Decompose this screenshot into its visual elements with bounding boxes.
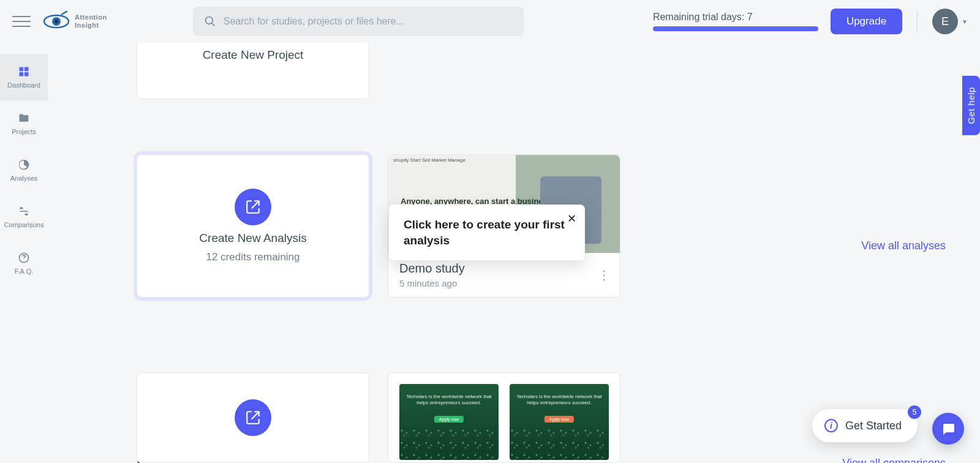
sidebar-item-dashboard[interactable]: Dashboard [0, 54, 48, 100]
trial-label: Remaining trial days: 7 [653, 12, 818, 23]
create-analysis-title: Create New Analysis [199, 232, 306, 245]
search-box[interactable] [193, 7, 524, 36]
dashboard-icon [18, 66, 30, 78]
question-icon [18, 252, 30, 264]
brand-logo[interactable]: Attention Insight [43, 11, 107, 32]
get-started-pill[interactable]: i Get Started 5 [812, 409, 918, 442]
folder-icon [18, 112, 30, 124]
search-input[interactable] [224, 16, 513, 27]
comp-thumb-cta: Apply now [545, 416, 574, 423]
create-analysis-sub: 12 credits remaining [206, 251, 300, 263]
tooltip-text: Click here to create your first analysis [404, 217, 570, 248]
menu-button[interactable] [12, 12, 31, 31]
chevron-down-icon[interactable]: ▼ [962, 18, 968, 25]
sidebar: Dashboard Projects Analyses Comparisons … [0, 43, 48, 463]
sidebar-item-label: F.A.Q. [15, 268, 34, 275]
get-started-badge: 5 [908, 405, 921, 419]
svg-rect-6 [20, 72, 24, 77]
demo-comparison-card[interactable]: Techstars is the worldwide network that … [388, 372, 620, 463]
svg-point-3 [205, 17, 213, 24]
create-analysis-card[interactable]: Create New Analysis 12 credits remaining [137, 154, 369, 298]
header-divider [917, 10, 918, 32]
sidebar-item-comparisons[interactable]: Comparisons [0, 194, 48, 240]
view-all-analyses-link[interactable]: View all analyses [861, 239, 946, 252]
info-icon: i [824, 419, 838, 432]
close-icon[interactable]: ✕ [567, 212, 576, 225]
comp-thumb-cta: Apply now [434, 416, 464, 423]
comparison-thumb-a: Techstars is the worldwide network that … [399, 384, 499, 460]
study-name: Demo study [399, 262, 465, 276]
svg-rect-5 [24, 67, 29, 72]
chat-button[interactable] [932, 413, 964, 445]
sidebar-item-projects[interactable]: Projects [0, 100, 48, 147]
trial-progress-bar [653, 26, 818, 31]
thumb-menu: shopify Start Sell Market Manage [393, 157, 466, 163]
onboarding-tooltip: ✕ Click here to create your first analys… [389, 205, 585, 260]
get-started-label: Get Started [845, 420, 902, 432]
sidebar-item-label: Projects [12, 128, 36, 135]
eye-logo-icon [43, 11, 70, 32]
svg-point-2 [55, 20, 58, 23]
upgrade-button[interactable]: Upgrade [831, 9, 902, 34]
user-avatar[interactable]: E [932, 9, 958, 34]
sidebar-item-label: Comparisons [4, 221, 44, 228]
view-all-comparisons-link[interactable]: View all comparisons [842, 457, 946, 463]
pie-icon [18, 159, 30, 171]
more-options-icon[interactable]: ⋮ [598, 268, 609, 282]
create-icon [235, 189, 271, 225]
compare-icon [18, 205, 30, 217]
create-comparison-card[interactable] [137, 372, 369, 463]
svg-rect-7 [24, 72, 29, 77]
brand-text: Attention Insight [75, 13, 107, 29]
sidebar-item-label: Dashboard [7, 81, 40, 89]
trial-status: Remaining trial days: 7 [653, 12, 818, 31]
create-project-label: Create New Project [203, 48, 304, 62]
search-icon [204, 15, 216, 28]
study-time: 5 minutes ago [399, 278, 465, 288]
sidebar-item-faq[interactable]: F.A.Q. [0, 240, 48, 287]
sidebar-item-label: Analyses [10, 175, 38, 182]
get-help-tab[interactable]: Get help [962, 76, 980, 135]
svg-rect-4 [20, 67, 24, 72]
chat-icon [941, 421, 956, 436]
sidebar-item-analyses[interactable]: Analyses [0, 147, 48, 194]
create-icon [235, 399, 271, 436]
comparison-thumb-b: Techstars is the worldwide network that … [510, 384, 609, 460]
